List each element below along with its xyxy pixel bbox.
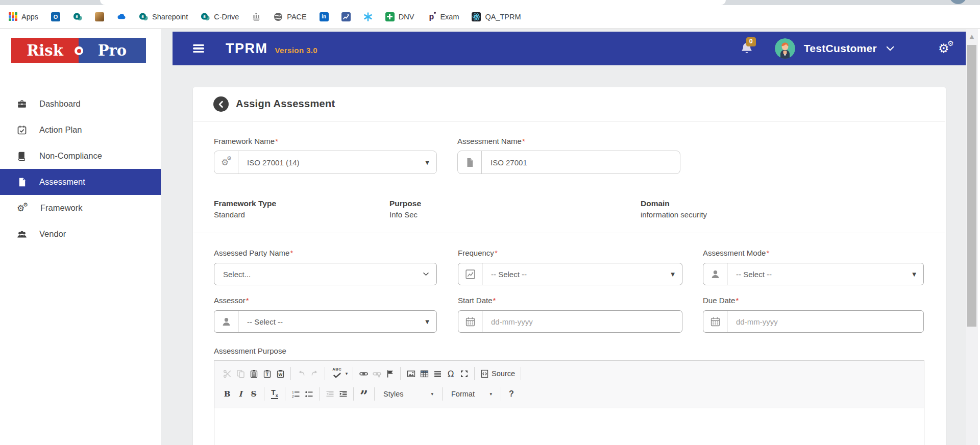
notifications-button[interactable]: 0: [740, 41, 753, 56]
source-button[interactable]: Source: [478, 367, 517, 380]
start-date-field[interactable]: [458, 310, 682, 333]
sharepoint-icon: s: [73, 12, 82, 21]
toolbar-separator: [325, 367, 325, 380]
chevron-down-icon[interactable]: [886, 46, 894, 52]
cogs-icon: ⚙⚙: [214, 151, 238, 174]
notification-badge: 0: [746, 37, 756, 46]
svg-text:s: s: [203, 14, 206, 19]
domain-label: Domain: [641, 199, 670, 208]
exam-p-icon: p: [427, 12, 436, 21]
paste-from-word-icon[interactable]: W: [274, 367, 287, 380]
source-icon: [480, 369, 489, 378]
bookmark-sharepoint-app[interactable]: s: [73, 12, 82, 21]
bookmark-onedrive[interactable]: [117, 12, 126, 21]
anchor-flag-icon[interactable]: [383, 367, 397, 380]
editor-content-area[interactable]: [214, 408, 924, 445]
undo-icon[interactable]: [295, 367, 308, 380]
due-date-field[interactable]: [703, 310, 924, 333]
bookmark-qa-tprm[interactable]: QA_TPRM: [472, 12, 521, 21]
assessment-name-field[interactable]: [457, 151, 680, 174]
bookmark-asterisk[interactable]: [363, 12, 373, 21]
format-dropdown[interactable]: Format▾: [446, 390, 497, 398]
assessment-mode-select[interactable]: -- Select -- ▼: [703, 263, 924, 285]
bookmark-emblem[interactable]: [252, 12, 261, 21]
table-icon[interactable]: [418, 367, 431, 380]
sidebar-item-non-compliance[interactable]: Non-Compliance: [0, 143, 161, 169]
increase-indent-icon[interactable]: [336, 387, 350, 401]
bulleted-list-icon[interactable]: [302, 387, 315, 401]
purpose-value: Info Sec: [389, 210, 418, 219]
logo-pro: Pro: [79, 38, 146, 63]
sidebar-item-framework[interactable]: ⚙⚙ Framework: [0, 195, 161, 221]
sharepoint-icon: s: [201, 12, 210, 21]
linkedin-icon: in: [320, 12, 329, 21]
screen: Apps O s s Sharepoint: [0, 0, 980, 445]
decrease-indent-icon[interactable]: [323, 387, 336, 401]
hamburger-menu-icon[interactable]: [193, 44, 204, 53]
bookmark-outlook[interactable]: O: [51, 12, 60, 21]
due-date-label: Due Date*: [703, 296, 739, 305]
bookmark-linkedin[interactable]: in: [320, 12, 329, 21]
divider: [193, 121, 945, 122]
user-name[interactable]: TestCustomer: [804, 42, 877, 55]
assessment-name-input[interactable]: [482, 158, 680, 167]
maximize-icon[interactable]: [457, 367, 471, 380]
bookmark-growth-chart[interactable]: [341, 12, 351, 21]
frequency-select[interactable]: -- Select -- ▼: [458, 263, 682, 285]
app-header: TPRM Version 3.0 0 TestCustomer ⚙⚙: [173, 32, 966, 65]
about-help-icon[interactable]: ?: [505, 387, 518, 401]
bookmark-dnv[interactable]: DNV: [385, 12, 414, 21]
sidebar-item-assessment[interactable]: Assessment: [0, 169, 161, 195]
framework-name-select[interactable]: ⚙⚙ ISO 27001 (14) ▼: [214, 151, 437, 174]
cut-icon[interactable]: [220, 367, 234, 380]
back-button[interactable]: [213, 96, 229, 112]
paste-icon[interactable]: [247, 367, 260, 380]
image-icon[interactable]: [404, 367, 418, 380]
scrollbar-up-arrow[interactable]: ▲: [966, 33, 978, 40]
numbered-list-icon[interactable]: 12: [289, 387, 302, 401]
start-date-input[interactable]: [482, 317, 682, 326]
bookmark-exam[interactable]: p Exam: [427, 12, 459, 21]
special-character-icon[interactable]: Ω: [444, 367, 457, 380]
assessed-party-value: Select...: [214, 270, 251, 279]
sidebar-item-vendor[interactable]: Vendor: [0, 221, 161, 247]
assessed-party-label: Assessed Party Name*: [214, 249, 293, 257]
sidebar-item-action-plan[interactable]: Action Plan: [0, 117, 161, 143]
redo-icon[interactable]: [308, 367, 321, 380]
toolbar-separator: [474, 367, 475, 380]
bookmark-handshake[interactable]: [95, 12, 104, 21]
horizontal-rule-icon[interactable]: [431, 367, 444, 380]
link-icon[interactable]: [357, 367, 370, 380]
blockquote-icon[interactable]: ”: [357, 387, 371, 401]
calendar-icon: [458, 311, 482, 332]
page-scrollbar[interactable]: ▲: [966, 29, 978, 445]
sidebar-item-dashboard[interactable]: Dashboard: [0, 91, 161, 117]
spellcheck-icon[interactable]: ABC ▾: [329, 367, 349, 380]
paste-plain-text-icon[interactable]: T: [260, 367, 274, 380]
divider: [193, 233, 945, 233]
framework-type-value: Standard: [214, 210, 245, 219]
assessor-select[interactable]: -- Select -- ▼: [214, 310, 437, 333]
unlink-icon[interactable]: [370, 367, 383, 380]
remove-format-icon[interactable]: Tx: [268, 387, 281, 401]
avatar[interactable]: [775, 38, 795, 59]
bookmark-c-drive[interactable]: s C-Drive: [201, 12, 239, 21]
assessed-party-select[interactable]: Select...: [214, 263, 437, 285]
strikethrough-icon[interactable]: S: [247, 387, 260, 401]
bookmark-sharepoint[interactable]: s Sharepoint: [139, 12, 188, 21]
book-icon: [17, 151, 27, 161]
italic-icon[interactable]: I: [234, 387, 247, 401]
line-chart-icon: [458, 263, 482, 285]
browser-profile-avatar[interactable]: [949, 0, 967, 4]
scrollbar-thumb[interactable]: [967, 45, 976, 327]
toolbar-separator: [501, 387, 501, 401]
bookmark-apps[interactable]: Apps: [8, 12, 38, 21]
due-date-input[interactable]: [727, 317, 923, 326]
bookmark-pace[interactable]: PACE: [274, 12, 306, 21]
sidebar-item-label: Non-Compliance: [39, 151, 102, 161]
bold-icon[interactable]: B: [220, 387, 234, 401]
settings-gears-icon[interactable]: ⚙⚙: [938, 41, 957, 56]
styles-dropdown[interactable]: Styles▾: [378, 390, 438, 398]
copy-icon[interactable]: [234, 367, 247, 380]
assessor-label: Assessor*: [214, 296, 249, 305]
